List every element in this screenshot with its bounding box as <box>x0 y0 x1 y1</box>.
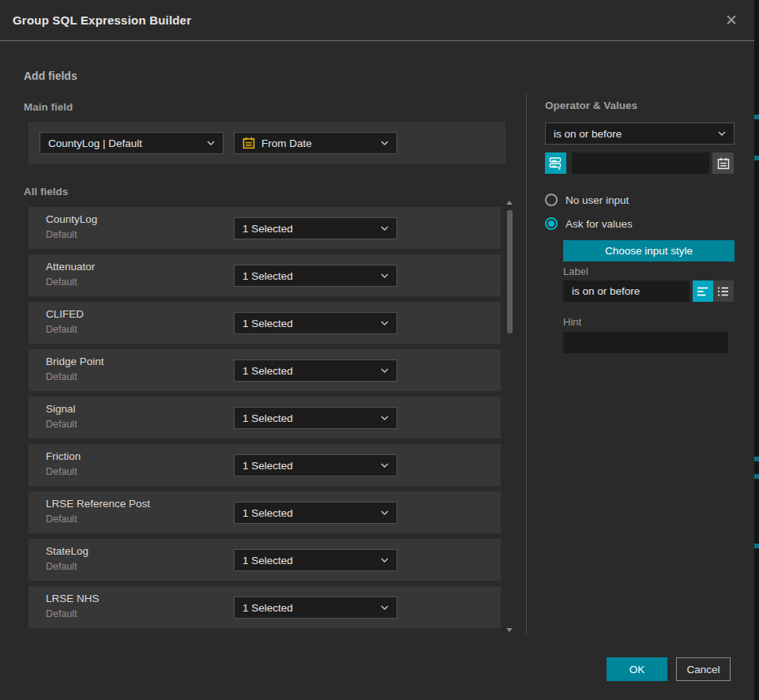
background-accent-mark <box>754 474 759 479</box>
radio-circle-icon <box>545 194 558 206</box>
main-field-select[interactable]: From Date <box>234 132 397 154</box>
radio-no-user-input-label: No user input <box>565 194 629 206</box>
field-row: AttenuatorDefault1 Selected <box>28 254 501 296</box>
background-app-sliver <box>754 0 759 700</box>
field-name: CountyLog <box>46 213 97 225</box>
label-input[interactable] <box>563 280 689 302</box>
dialog-header: Group SQL Expression Builder ✕ <box>0 0 754 41</box>
field-name: Signal <box>46 403 76 415</box>
close-icon[interactable]: ✕ <box>721 10 742 31</box>
layer-select-value: CountyLog | Default <box>48 137 201 149</box>
hint-heading: Hint <box>563 316 581 328</box>
all-fields-heading: All fields <box>24 186 68 198</box>
chevron-down-icon <box>381 558 389 563</box>
field-subtitle: Default <box>46 608 77 619</box>
field-subtitle: Default <box>46 561 77 572</box>
field-values-select-value: 1 Selected <box>242 602 374 614</box>
chevron-down-icon <box>381 273 389 278</box>
main-field-panel: CountyLog | Default From Date <box>28 122 505 164</box>
field-row: LRSE Reference PostDefault1 Selected <box>28 491 501 533</box>
calendar-icon <box>717 157 730 170</box>
field-name: Attenuator <box>46 261 95 273</box>
radio-ask-for-values[interactable]: Ask for values <box>545 217 633 230</box>
field-subtitle: Default <box>46 514 77 525</box>
field-row: CountyLogDefault1 Selected <box>28 207 501 249</box>
chevron-down-icon <box>381 416 389 420</box>
field-values-select[interactable]: 1 Selected <box>234 502 397 524</box>
cancel-button[interactable]: Cancel <box>676 657 731 681</box>
background-accent-mark <box>754 457 759 461</box>
field-row: FrictionDefault1 Selected <box>28 444 501 486</box>
field-values-select[interactable]: 1 Selected <box>234 359 397 382</box>
field-values-select-value: 1 Selected <box>242 555 374 566</box>
chevron-down-icon <box>381 141 389 145</box>
chevron-down-icon <box>381 321 389 326</box>
chevron-down-icon <box>207 141 215 145</box>
field-values-select-value: 1 Selected <box>242 223 374 235</box>
operator-values-heading: Operator & Values <box>545 100 637 111</box>
field-subtitle: Default <box>46 466 77 477</box>
field-values-select-value: 1 Selected <box>242 318 374 329</box>
add-fields-heading: Add fields <box>24 70 77 82</box>
field-name: LRSE NHS <box>46 593 100 604</box>
calendar-date-icon <box>242 137 255 149</box>
field-subtitle: Default <box>46 277 77 288</box>
chevron-down-icon <box>381 605 389 610</box>
background-accent-mark <box>754 156 759 160</box>
layer-select[interactable]: CountyLog | Default <box>39 132 224 154</box>
list-style-button[interactable] <box>713 280 734 302</box>
unique-values-icon <box>549 156 562 170</box>
choose-input-style-button[interactable]: Choose input style <box>563 240 735 262</box>
field-row: Bridge PointDefault1 Selected <box>28 349 501 391</box>
field-values-select-value: 1 Selected <box>242 365 374 377</box>
chevron-down-icon <box>381 226 389 231</box>
chevron-down-icon <box>381 368 389 373</box>
field-values-select-value: 1 Selected <box>242 460 374 472</box>
radio-selected-icon <box>545 217 558 230</box>
scrollbar-up-arrow-icon[interactable] <box>506 201 513 205</box>
chevron-down-icon <box>718 131 726 136</box>
field-values-select[interactable]: 1 Selected <box>234 217 397 239</box>
field-row: LRSE NHSDefault1 Selected <box>28 586 501 628</box>
field-subtitle: Default <box>46 324 77 335</box>
main-field-heading: Main field <box>24 101 73 113</box>
field-row: StateLogDefault1 Selected <box>28 539 501 581</box>
field-name: Friction <box>46 450 81 462</box>
background-accent-mark <box>754 115 759 119</box>
field-row: CLIFEDDefault1 Selected <box>28 302 501 344</box>
field-values-select[interactable]: 1 Selected <box>234 454 397 476</box>
unique-values-button[interactable] <box>545 152 566 174</box>
align-left-icon <box>697 286 709 297</box>
operator-select[interactable]: is on or before <box>545 122 735 145</box>
ok-button[interactable]: OK <box>607 657 667 681</box>
field-subtitle: Default <box>46 371 77 382</box>
chevron-down-icon <box>381 510 389 515</box>
field-values-select-value: 1 Selected <box>242 412 374 424</box>
column-divider <box>526 93 527 634</box>
single-line-style-button[interactable] <box>693 280 713 302</box>
scrollbar-down-arrow-icon[interactable] <box>506 628 513 632</box>
date-picker-button[interactable] <box>712 152 734 174</box>
scrollbar-thumb[interactable] <box>507 210 513 333</box>
dialog-title: Group SQL Expression Builder <box>13 13 721 27</box>
field-values-select[interactable]: 1 Selected <box>234 597 397 619</box>
field-row: SignalDefault1 Selected <box>28 397 501 438</box>
radio-no-user-input[interactable]: No user input <box>545 194 629 206</box>
radio-ask-for-values-label: Ask for values <box>565 218 633 230</box>
date-value-input[interactable] <box>572 152 709 174</box>
field-subtitle: Default <box>46 419 77 430</box>
operator-select-value: is on or before <box>554 128 712 140</box>
field-subtitle: Default <box>46 229 77 240</box>
main-field-select-value: From Date <box>261 137 374 149</box>
field-values-select[interactable]: 1 Selected <box>234 549 397 571</box>
field-values-select[interactable]: 1 Selected <box>234 265 397 287</box>
field-name: StateLog <box>46 545 88 557</box>
label-style-segmented-control <box>693 280 734 302</box>
field-name: CLIFED <box>46 308 84 320</box>
field-values-select[interactable]: 1 Selected <box>234 407 397 429</box>
hint-input[interactable] <box>563 332 728 353</box>
chevron-down-icon <box>381 463 389 468</box>
group-sql-expression-builder-dialog: Group SQL Expression Builder ✕ Add field… <box>0 0 754 700</box>
field-values-select[interactable]: 1 Selected <box>234 312 397 334</box>
scrollbar[interactable] <box>506 201 513 632</box>
